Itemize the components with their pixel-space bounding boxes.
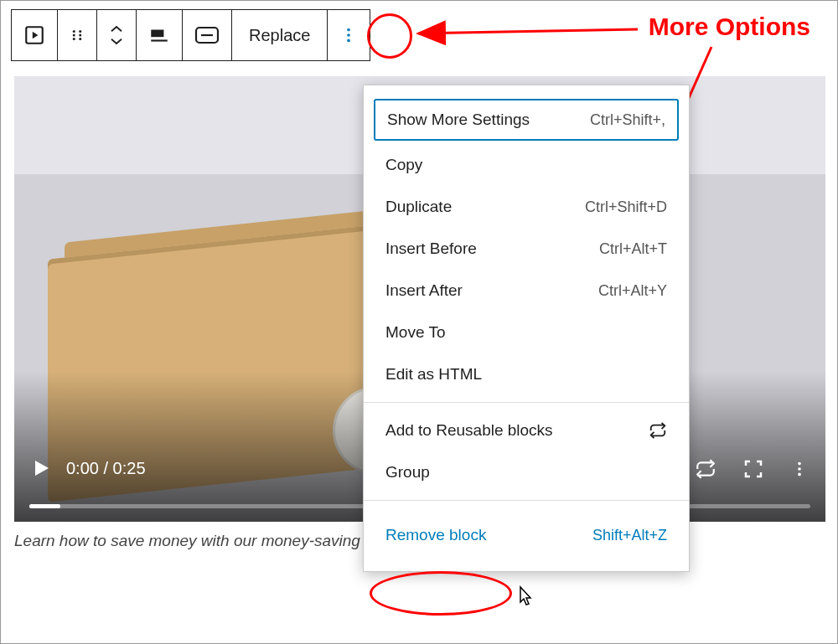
menu-item-show-more-settings[interactable]: Show More Settings Ctrl+Shift+, [374,99,679,141]
menu-item-insert-after[interactable]: Insert After Ctrl+Alt+Y [364,270,689,312]
svg-point-14 [348,39,351,43]
media-settings-icon [194,26,220,44]
loop-button[interactable] [695,458,716,480]
menu-item-insert-before[interactable]: Insert Before Ctrl+Alt+T [364,228,689,270]
svg-marker-15 [35,461,49,476]
replace-button[interactable]: Replace [232,10,328,60]
menu-item-label: Add to Reusable blocks [385,421,553,440]
svg-point-12 [348,28,351,32]
menu-item-move-to[interactable]: Move To [364,312,689,353]
drag-handle[interactable] [58,10,97,60]
replace-label: Replace [249,26,310,45]
video-progress-fill [29,504,60,508]
svg-point-16 [798,462,801,466]
annotation-more-circle [367,13,412,59]
drag-icon [70,28,85,43]
menu-item-copy[interactable]: Copy [364,144,689,186]
media-settings-button[interactable] [183,10,232,60]
block-movers [97,10,137,60]
fullscreen-button[interactable] [743,459,763,479]
menu-item-shortcut: Ctrl+Alt+T [599,240,667,258]
move-down-button[interactable] [109,36,124,46]
menu-item-add-reusable[interactable]: Add to Reusable blocks [364,410,689,451]
svg-point-6 [79,34,81,37]
menu-item-label: Remove block [385,526,486,544]
svg-point-18 [798,473,801,477]
more-options-icon [339,26,358,44]
svg-point-4 [73,38,75,40]
menu-item-label: Insert After [385,281,463,300]
play-button[interactable] [31,458,51,478]
annotation-label: More Options [649,13,810,41]
block-toolbar: Replace [11,9,370,61]
svg-rect-8 [151,30,163,38]
svg-line-19 [418,29,638,33]
align-button[interactable] [137,10,183,60]
menu-item-label: Duplicate [385,198,452,216]
move-up-button[interactable] [109,24,124,34]
cursor-icon [515,585,534,611]
svg-point-17 [798,467,801,471]
menu-item-label: Insert Before [385,240,477,258]
svg-point-5 [79,30,81,33]
svg-rect-9 [151,39,168,41]
menu-item-label: Show More Settings [387,111,530,129]
menu-divider [364,500,689,501]
video-time: 0:00 / 0:25 [66,459,146,478]
more-options-button[interactable] [328,10,370,60]
svg-point-7 [79,38,81,40]
video-block-icon [23,24,45,46]
menu-divider [364,402,689,403]
block-type-button[interactable] [12,10,58,60]
menu-item-label: Copy [385,156,422,174]
menu-item-label: Move To [385,323,445,342]
svg-point-3 [73,34,75,37]
menu-item-shortcut: Shift+Alt+Z [592,527,667,544]
annotation-remove-oval [370,571,512,616]
svg-point-13 [348,33,351,37]
svg-marker-1 [33,32,39,39]
menu-item-remove-block[interactable]: Remove block Shift+Alt+Z [364,507,689,561]
menu-item-edit-as-html[interactable]: Edit as HTML [364,353,689,395]
refresh-icon [649,421,667,440]
video-more-button[interactable] [790,460,809,478]
menu-item-shortcut: Ctrl+Shift+, [590,111,665,129]
menu-item-duplicate[interactable]: Duplicate Ctrl+Shift+D [364,186,689,228]
menu-item-group[interactable]: Group [364,451,689,493]
menu-item-label: Edit as HTML [385,365,482,384]
menu-item-shortcut: Ctrl+Alt+Y [598,282,667,300]
svg-point-2 [73,30,75,33]
align-icon [148,24,170,46]
menu-item-shortcut: Ctrl+Shift+D [585,198,667,216]
video-caption[interactable]: Learn how to save money with our money-s… [14,532,390,550]
more-options-menu: Show More Settings Ctrl+Shift+, Copy Dup… [363,85,690,572]
menu-item-label: Group [385,463,430,482]
